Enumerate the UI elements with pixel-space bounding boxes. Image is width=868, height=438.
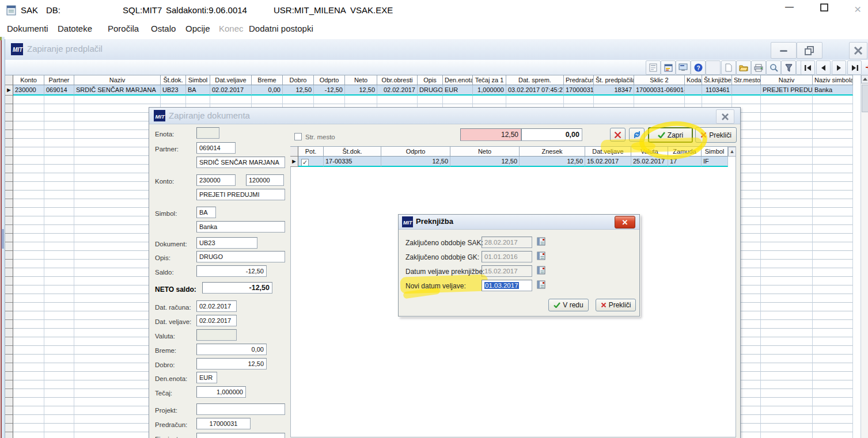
grid-cell[interactable]: 17000031-069014 [634,85,685,96]
column-header[interactable]: Simbol [186,75,210,85]
novi-datum-field[interactable]: 01.03.2017 [482,280,532,291]
column-header[interactable]: Št. predplačila [594,75,634,85]
grid-cell[interactable]: DRUGO [418,85,443,96]
column-header[interactable]: Koda [685,75,702,85]
main-grid-scrollbar[interactable] [861,75,868,438]
grid-cell[interactable]: 17000031 [564,85,594,96]
doc-close-button[interactable] [716,109,734,124]
grid-cell[interactable]: Banka [813,85,853,96]
opis-field[interactable]: DRUGO [196,251,285,262]
grid-cell[interactable]: 18347 [594,85,634,96]
mdi-minimize-button[interactable] [771,42,797,59]
nav-prev-icon[interactable] [816,60,831,75]
menu-item-0[interactable]: Dokumenti [7,24,48,33]
app-close-button[interactable]: × [854,2,861,16]
dialog-preklici-button[interactable]: Prekliči [596,299,636,311]
column-header[interactable]: Simbol [702,146,728,157]
grid-cell[interactable]: 03.02.2017 07:45:27 [506,85,564,96]
grid-cell[interactable]: 12,50 [450,157,520,167]
grid-cell[interactable]: SRDIČ SENČAR MARJANA [74,85,161,96]
column-header[interactable]: Znesek [520,146,585,157]
mdi-close-button[interactable] [849,42,867,59]
column-header[interactable]: Zamuda [668,146,702,157]
row-checkbox[interactable]: ✓ [301,159,309,166]
card-icon[interactable] [661,60,676,75]
grid-cell[interactable]: 25.02.2017 [631,157,668,167]
partner-code-field[interactable]: 069014 [196,142,236,154]
column-header[interactable]: Št.dok. [161,75,186,85]
grid-cell[interactable]: 12,50 [520,157,585,167]
column-header[interactable]: Tečaj za 1 [473,75,506,85]
filter-icon[interactable] [781,60,796,75]
tecaj-field[interactable]: 1,000000 [196,386,246,398]
column-header[interactable]: Dat.veljave [585,146,631,157]
grid-cell[interactable]: PREJETI PREDUJMI [761,85,813,96]
column-header[interactable]: Dobro [283,75,314,85]
scrollbar-up-icon[interactable] [861,75,868,83]
grid-cell[interactable]: -12,50 [314,85,345,96]
search-icon[interactable] [766,60,781,75]
nav-first-icon[interactable] [801,60,815,75]
dialog-close-button[interactable]: ✕ [615,216,635,228]
column-header[interactable]: Konto [13,75,44,85]
column-header[interactable]: Opis [418,75,443,85]
zapri-button[interactable]: Zapri [648,127,693,143]
column-header[interactable]: Odprto [314,75,345,85]
print-icon[interactable] [751,60,766,75]
column-header[interactable]: Pot. [298,146,324,157]
column-header[interactable]: Neto [450,146,520,157]
konto-code-field[interactable]: 230000 [196,174,236,186]
simbol-name-field[interactable]: Banka [196,221,285,233]
column-header[interactable]: Dat. sprem. [506,75,564,85]
menu-item-1[interactable]: Datoteke [58,24,92,33]
scrollbar-thumb[interactable] [862,85,868,112]
column-header[interactable]: Naziv [74,75,161,85]
monitor-icon[interactable] [676,60,691,75]
column-header[interactable]: Sklic 2 [634,75,685,85]
app-minimize-button[interactable]: — [785,1,794,11]
mdi-restore-button[interactable] [797,42,822,59]
dat-racuna-field[interactable]: 02.02.2017 [196,300,237,312]
grid-cell[interactable]: IF [702,157,728,167]
simbol-code-field[interactable]: BA [196,207,216,218]
grid-cell[interactable]: 17-00335 [324,157,381,167]
grid-cell[interactable]: 02.02.2017 [210,85,252,96]
menu-item-3[interactable]: Ostalo [151,24,176,33]
column-header[interactable]: Predračun [564,75,594,85]
partner-name-field[interactable]: SRDIČ SENČAR MARJANA [196,157,285,168]
column-header[interactable]: Partner [44,75,74,85]
grid-cell[interactable]: 12,50 [283,85,314,96]
str-mesto-checkbox[interactable] [294,133,302,140]
v-redu-button[interactable]: V redu [548,299,589,311]
menu-item-2[interactable]: Poročila [108,24,139,33]
grid-cell[interactable] [732,85,761,96]
app-maximize-button[interactable] [820,3,829,12]
refresh-button[interactable] [629,128,645,142]
table-row[interactable]: ►✓17-0033512,5012,5012,5015.02.201725.02… [290,157,728,167]
column-header[interactable]: Den.enota [443,75,473,85]
grid-cell[interactable]: 1103461 [702,85,732,96]
grid-cell[interactable]: 12,50 [381,157,450,167]
nav-last-icon[interactable] [847,60,862,75]
grid-cell[interactable]: 0,00 [252,85,283,96]
fin-field[interactable] [196,433,285,438]
table-row[interactable]: ►230000069014SRDIČ SENČAR MARJANAUB23BA0… [5,85,853,96]
projekt-field[interactable] [196,403,285,415]
predracun-field[interactable]: 17000031 [196,418,251,429]
column-header[interactable]: Breme [252,75,283,85]
grid-cell[interactable]: 17 [668,157,702,167]
grid-cell[interactable]: 230000 [13,85,44,96]
dokument-field[interactable]: UB23 [196,237,257,249]
clear-selection-button[interactable] [610,128,626,142]
grid-cell[interactable]: 15.02.2017 [585,157,631,167]
grid-cell[interactable]: 1,000000 [473,85,506,96]
grid-cell-checkbox[interactable]: ✓ [298,157,324,167]
grid-cell[interactable]: EUR [443,85,473,96]
column-header[interactable]: Neto [345,75,377,85]
column-header[interactable]: Str.mesto [732,75,761,85]
column-header[interactable]: Št.knjižbe [702,75,732,85]
column-header[interactable]: Naziv simbola [813,75,853,85]
calendar-icon[interactable] [537,237,546,246]
column-header[interactable]: Valuta [631,146,668,157]
valuta-field[interactable] [196,329,237,341]
